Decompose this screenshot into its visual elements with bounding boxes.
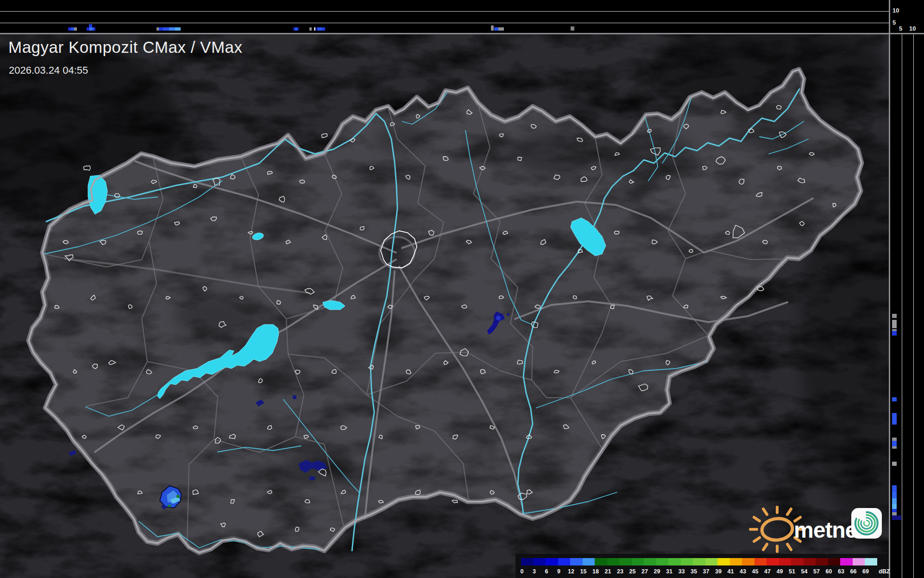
legend-segment xyxy=(717,558,730,565)
legend-segment xyxy=(816,558,828,565)
echo-top-marker xyxy=(892,331,897,336)
echo-top-marker xyxy=(175,27,181,31)
legend-tick: 15 xyxy=(578,568,590,575)
legend-segment xyxy=(853,558,865,565)
legend-tick: 49 xyxy=(774,568,786,575)
echo-top-marker xyxy=(89,24,92,27)
echo-top-marker xyxy=(159,27,163,31)
legend-segment xyxy=(619,558,632,565)
echo-top-marker xyxy=(295,27,298,31)
echo-top-marker xyxy=(74,27,77,31)
echo-top-marker xyxy=(71,27,74,31)
legend-tick: 47 xyxy=(761,568,773,575)
top-axis-label-5: 5 xyxy=(893,19,896,25)
vmax-right-strip xyxy=(890,34,924,578)
dbz-legend: 0369121518212325272931333537394143454749… xyxy=(515,554,889,578)
altitude-gridline xyxy=(0,11,889,12)
hungary-radar-map xyxy=(0,33,889,578)
legend-segment xyxy=(521,558,534,565)
legend-tick: 45 xyxy=(749,568,761,575)
legend-unit-label: dBZ xyxy=(879,568,890,575)
legend-segment xyxy=(632,558,644,565)
echo-top-marker xyxy=(892,441,897,446)
echo-top-marker xyxy=(571,26,574,31)
echo-top-marker xyxy=(892,397,897,401)
legend-tick: 63 xyxy=(835,568,847,575)
altitude-gridline xyxy=(0,23,889,23)
echo-top-marker xyxy=(317,27,322,31)
vmax-corner-panel: 10 5 5 10 xyxy=(890,0,924,33)
legend-segment xyxy=(681,558,693,565)
legend-segment xyxy=(804,558,816,565)
legend-tick: 9 xyxy=(553,568,565,575)
vmax-top-strip xyxy=(0,0,889,33)
echo-top-marker xyxy=(892,413,897,425)
echo-top-marker xyxy=(892,504,897,509)
radar-composite-view: 10 5 5 10 Magyar Kompozit CMax / VMax 20… xyxy=(0,0,924,578)
legend-segment xyxy=(705,558,718,565)
echo-top-marker xyxy=(892,485,897,492)
legend-tick: 31 xyxy=(663,568,675,575)
legend-segment xyxy=(791,558,804,565)
echo-top-marker xyxy=(322,27,325,31)
legend-tick: 35 xyxy=(688,568,700,575)
legend-tick: 33 xyxy=(676,568,688,575)
panel-divider-vertical xyxy=(889,0,890,578)
echo-top-marker xyxy=(309,27,312,31)
legend-segment xyxy=(656,558,669,565)
legend-segment xyxy=(534,558,546,565)
echo-top-marker xyxy=(892,446,897,449)
echo-top-marker xyxy=(892,515,901,520)
echo-top-marker xyxy=(298,27,299,31)
legend-segment xyxy=(742,558,754,565)
legend-tick: 41 xyxy=(725,568,737,575)
legend-segment xyxy=(767,558,779,565)
legend-segment xyxy=(668,558,681,565)
legend-segment xyxy=(595,558,607,565)
legend-segment xyxy=(570,558,583,565)
legend-segment xyxy=(779,558,792,565)
legend-tick: 0 xyxy=(516,568,528,575)
legend-segment xyxy=(693,558,705,565)
right-axis-label-10: 10 xyxy=(909,25,916,32)
echo-top-marker xyxy=(892,320,897,328)
legend-tick: 27 xyxy=(639,568,651,575)
legend-segment xyxy=(840,558,853,565)
legend-segment xyxy=(583,558,595,565)
legend-segment xyxy=(730,558,742,565)
legend-segment xyxy=(754,558,767,565)
legend-segment xyxy=(558,558,571,565)
legend-segment xyxy=(644,558,656,565)
echo-top-marker xyxy=(892,492,897,498)
legend-segment xyxy=(607,558,620,565)
legend-tick: 6 xyxy=(541,568,553,575)
echo-top-marker xyxy=(892,498,897,504)
altitude-gridline xyxy=(902,34,902,578)
legend-tick: 37 xyxy=(700,568,712,575)
echo-top-marker xyxy=(892,509,897,512)
legend-segment xyxy=(546,558,558,565)
legend-tick: 66 xyxy=(848,568,860,575)
echo-top-marker xyxy=(892,438,897,441)
legend-tick: 39 xyxy=(712,568,724,575)
echo-top-marker xyxy=(163,27,169,31)
legend-tick: 51 xyxy=(786,568,798,575)
legend-tick: 60 xyxy=(823,568,835,575)
echo-top-marker xyxy=(892,512,897,515)
echo-top-marker xyxy=(498,27,504,31)
echo-top-marker xyxy=(169,27,175,31)
legend-tick: 43 xyxy=(737,568,749,575)
legend-tick: 12 xyxy=(565,568,577,575)
altitude-gridline xyxy=(913,34,914,578)
legend-segment xyxy=(865,558,877,565)
top-axis-label-10: 10 xyxy=(893,7,899,13)
echo-top-marker xyxy=(892,314,897,318)
legend-tick: 23 xyxy=(614,568,626,575)
right-axis-label-5: 5 xyxy=(899,25,902,32)
metnet-logo: metnet xyxy=(748,505,887,556)
echo-top-marker xyxy=(494,27,498,31)
page-title: Magyar Kompozit CMax / VMax xyxy=(8,38,243,57)
legend-tick: 3 xyxy=(528,568,541,575)
legend-segment xyxy=(828,558,841,565)
legend-tick: 29 xyxy=(651,568,663,575)
